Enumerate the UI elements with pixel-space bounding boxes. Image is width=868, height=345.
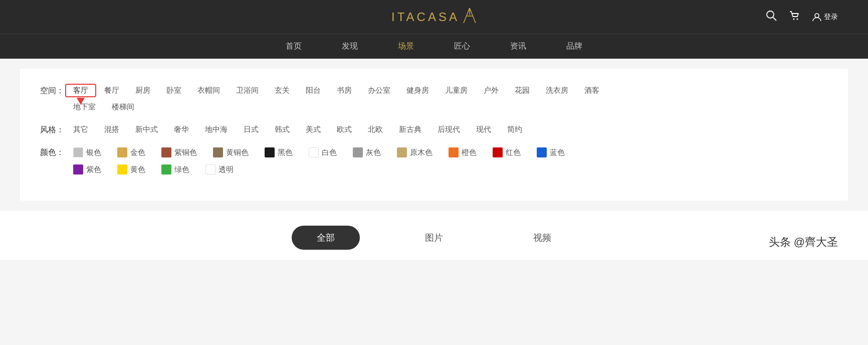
tab-all[interactable]: 全部 — [292, 226, 360, 250]
color-label: 颜色： — [40, 145, 65, 158]
space-row1: 客厅 餐厅 厨房 卧室 衣帽间 卫浴间 玄关 阳台 书房 办公室 健身房 — [65, 84, 607, 97]
space-item-bathroom[interactable]: 卫浴间 — [228, 84, 267, 97]
space-item-kitchen[interactable]: 厨房 — [127, 84, 158, 97]
color-item-white[interactable]: 白色 — [301, 145, 345, 159]
space-item-laundry[interactable]: 洗衣房 — [538, 84, 576, 97]
style-filter-row: 风格： 其它 混搭 新中式 奢华 地中海 日式 韩式 美式 欧式 北欧 新古典 … — [40, 123, 828, 136]
svg-point-3 — [797, 19, 798, 20]
logo[interactable]: ITACASA — [391, 7, 477, 27]
color-label-purple: 紫色 — [86, 165, 101, 175]
space-item-living[interactable]: 客厅 — [65, 84, 96, 97]
color-swatch-black — [265, 147, 275, 157]
color-item-black[interactable]: 黑色 — [257, 145, 301, 159]
style-item-other[interactable]: 其它 — [65, 123, 96, 136]
space-item-dining[interactable]: 餐厅 — [96, 84, 127, 97]
color-swatch-purple — [73, 164, 83, 175]
tab-video[interactable]: 视频 — [508, 226, 576, 250]
space-item-staircase[interactable]: 楼梯间 — [104, 100, 142, 114]
svg-line-1 — [773, 18, 777, 21]
style-item-post-modern[interactable]: 后现代 — [429, 123, 468, 136]
color-label-black: 黑色 — [278, 148, 293, 157]
space-item-outdoor[interactable]: 户外 — [476, 84, 507, 97]
tab-image[interactable]: 图片 — [400, 226, 468, 250]
color-swatch-gray — [353, 147, 363, 157]
space-item-balcony[interactable]: 阳台 — [298, 84, 329, 97]
color-swatch-red — [493, 147, 503, 157]
style-item-japanese[interactable]: 日式 — [236, 123, 267, 136]
color-item-green[interactable]: 绿色 — [153, 162, 197, 177]
logo-m-icon — [463, 7, 477, 27]
color-label-white: 白色 — [322, 148, 337, 157]
nav-item-discover[interactable]: 发现 — [342, 41, 358, 52]
login-label: 登录 — [824, 13, 838, 22]
svg-point-4 — [815, 14, 819, 18]
style-label: 风格： — [40, 123, 65, 135]
color-item-transparent[interactable]: 透明 — [197, 162, 242, 177]
space-item-study[interactable]: 书房 — [329, 84, 360, 97]
color-item-bronze[interactable]: 紫铜色 — [153, 145, 205, 159]
nav-item-home[interactable]: 首页 — [286, 41, 302, 52]
header-top: ITACASA 登录 — [0, 0, 868, 34]
color-item-silver[interactable]: 银色 — [65, 145, 109, 159]
space-item-bar[interactable]: 酒客 — [576, 84, 607, 97]
bottom-section: 全部 图片 视频 头条 @齊大圣 — [0, 211, 868, 260]
color-swatch-bronze — [161, 147, 171, 157]
space-item-kids[interactable]: 儿童房 — [437, 84, 476, 97]
space-filter-row: 空间： 客厅 餐厅 厨房 卧室 衣帽间 卫浴间 玄关 — [40, 84, 828, 114]
color-label-transparent: 透明 — [219, 165, 234, 175]
color-item-brass[interactable]: 黄铜色 — [205, 145, 257, 159]
space-item-gym[interactable]: 健身房 — [398, 84, 437, 97]
style-item-mediterranean[interactable]: 地中海 — [197, 123, 236, 136]
space-item-office[interactable]: 办公室 — [360, 84, 398, 97]
style-item-modern[interactable]: 现代 — [468, 123, 499, 136]
style-item-luxury[interactable]: 奢华 — [166, 123, 197, 136]
style-item-european[interactable]: 欧式 — [329, 123, 360, 136]
color-item-purple[interactable]: 紫色 — [65, 162, 109, 177]
space-item-entryway[interactable]: 玄关 — [267, 84, 298, 97]
style-item-nordic[interactable]: 北欧 — [360, 123, 391, 136]
space-item-bedroom[interactable]: 卧室 — [158, 84, 189, 97]
space-item-wardrobe[interactable]: 衣帽间 — [189, 84, 228, 97]
color-item-red[interactable]: 红色 — [485, 145, 529, 159]
color-label-orange: 橙色 — [462, 148, 477, 157]
color-swatch-wood — [397, 147, 407, 157]
space-row2: 地下室 楼梯间 — [65, 100, 607, 114]
style-item-new-chinese[interactable]: 新中式 — [127, 123, 166, 136]
color-item-gold[interactable]: 金色 — [109, 145, 153, 159]
color-label-gold: 金色 — [130, 148, 145, 157]
style-item-minimal[interactable]: 简约 — [499, 123, 530, 136]
style-item-american[interactable]: 美式 — [298, 123, 329, 136]
style-items: 其它 混搭 新中式 奢华 地中海 日式 韩式 美式 欧式 北欧 新古典 后现代 … — [65, 123, 828, 136]
style-item-korean[interactable]: 韩式 — [267, 123, 298, 136]
cart-icon[interactable] — [789, 10, 800, 24]
color-label-blue: 蓝色 — [550, 148, 565, 157]
color-swatch-silver — [73, 147, 83, 157]
color-swatch-gold — [117, 147, 127, 157]
color-item-yellow[interactable]: 黄色 — [109, 162, 153, 177]
color-row1: 银色 金色 紫铜色 黄铜色 黑色 — [65, 145, 828, 159]
style-item-neo-classic[interactable]: 新古典 — [391, 123, 429, 136]
color-item-blue[interactable]: 蓝色 — [529, 145, 573, 159]
color-label-wood: 原木色 — [410, 148, 432, 157]
space-items: 客厅 餐厅 厨房 卧室 衣帽间 卫浴间 玄关 阳台 书房 办公室 健身房 — [65, 84, 607, 114]
color-label-red: 红色 — [506, 148, 521, 157]
color-label-brass: 黄铜色 — [226, 148, 249, 157]
color-item-orange[interactable]: 橙色 — [441, 145, 485, 159]
filter-panel: 空间： 客厅 餐厅 厨房 卧室 衣帽间 卫浴间 玄关 — [20, 69, 848, 201]
svg-marker-5 — [77, 98, 85, 105]
nav-item-brand[interactable]: 品牌 — [566, 41, 582, 52]
color-label-green: 绿色 — [174, 165, 189, 175]
color-item-gray[interactable]: 灰色 — [345, 145, 389, 159]
style-item-mix[interactable]: 混搭 — [96, 123, 127, 136]
space-item-garden[interactable]: 花园 — [507, 84, 538, 97]
nav-item-scene[interactable]: 场景 — [398, 41, 414, 52]
svg-point-2 — [793, 19, 795, 20]
nav-item-news[interactable]: 资讯 — [510, 41, 526, 52]
color-item-wood[interactable]: 原木色 — [389, 145, 441, 159]
search-icon[interactable] — [766, 10, 777, 24]
logo-text: ITACASA — [391, 10, 460, 24]
header-icons: 登录 — [766, 10, 838, 24]
color-swatch-yellow — [117, 164, 127, 175]
nav-item-craft[interactable]: 匠心 — [454, 41, 470, 52]
login-button[interactable]: 登录 — [812, 12, 838, 22]
